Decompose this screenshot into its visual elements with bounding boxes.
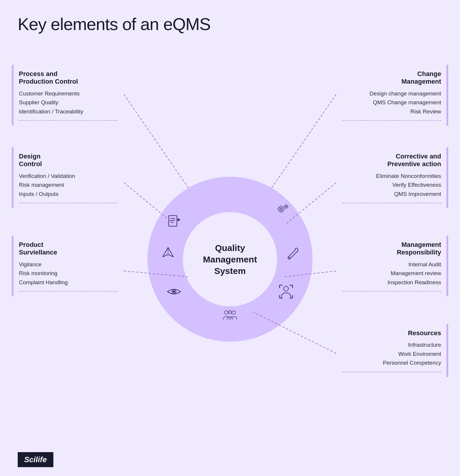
svg-rect-0 <box>169 216 177 226</box>
card-change-management-title: ChangeManagement <box>343 70 441 86</box>
people-icon <box>221 306 239 324</box>
card-design-control-title: DesignControl <box>19 153 117 168</box>
card-corrective-preventive: Corrective andPreventive action Eliminat… <box>336 147 448 208</box>
inner-circle: QualityManagementSystem <box>183 212 277 306</box>
card-product-surviellance: ProductSurviellance VigilanceRisk monito… <box>12 236 124 296</box>
svg-line-12 <box>278 206 279 207</box>
svg-line-35 <box>271 94 336 189</box>
card-change-management: ChangeManagement Design change managemen… <box>336 65 448 125</box>
card-resources: Resources InfrastructureWork EnviromentP… <box>336 324 448 377</box>
svg-point-6 <box>279 207 283 211</box>
logo: Scilife <box>18 452 53 467</box>
card-design-control: DesignControl Verification / ValidationR… <box>12 147 124 208</box>
gears-icon <box>274 200 292 218</box>
card-process-production: Process andProduction Control Customer R… <box>12 65 124 125</box>
svg-point-27 <box>224 311 228 314</box>
svg-point-28 <box>232 311 236 314</box>
card-process-production-items: Customer RequirementsSupplier QualityIde… <box>19 89 117 116</box>
card-corrective-preventive-title: Corrective andPreventive action <box>343 153 441 168</box>
svg-marker-5 <box>178 219 180 221</box>
document-lines-svg <box>166 213 182 229</box>
card-design-control-items: Verification / ValidationRisk management… <box>19 172 117 199</box>
card-resources-items: InfrastructureWork EnviromentPersonnel C… <box>343 341 441 367</box>
card-management-responsibility-title: ManagementResponsibility <box>343 241 441 257</box>
card-change-management-items: Design change managementQMS Change manag… <box>343 89 441 116</box>
card-management-responsibility-items: Internal AuditManagement reviewInspectio… <box>343 260 441 287</box>
card-management-responsibility: ManagementResponsibility Internal AuditM… <box>336 236 448 296</box>
eye-icon <box>165 283 183 300</box>
outer-ring: QualityManagementSystem <box>147 177 313 342</box>
people-svg <box>222 308 238 323</box>
wrench-icon <box>283 244 301 262</box>
svg-point-26 <box>173 291 175 292</box>
gears-svg <box>275 201 291 217</box>
svg-point-31 <box>284 286 288 291</box>
page-title: Key elements of an eQMS <box>18 14 211 34</box>
card-product-surviellance-items: VigilanceRisk monitoringComplaint Handli… <box>19 260 117 287</box>
rocket-svg <box>160 246 176 261</box>
svg-line-14 <box>283 206 284 207</box>
svg-point-7 <box>280 208 282 210</box>
center-text: QualityManagementSystem <box>203 242 257 277</box>
svg-line-32 <box>124 94 189 189</box>
person-frame-icon <box>277 283 295 300</box>
svg-point-16 <box>285 205 288 208</box>
svg-line-15 <box>278 211 279 212</box>
svg-line-13 <box>283 211 284 212</box>
person-frame-svg <box>278 284 294 299</box>
rocket-icon <box>159 244 177 262</box>
card-resources-title: Resources <box>343 329 441 337</box>
wrench-svg <box>284 246 300 261</box>
card-corrective-preventive-items: Eliminate NonconformitiesVerify Effectiv… <box>343 172 441 199</box>
svg-point-24 <box>288 257 290 259</box>
document-lines-icon <box>165 212 183 230</box>
svg-point-17 <box>286 206 287 207</box>
card-product-surviellance-title: ProductSurviellance <box>19 241 117 257</box>
center-diagram: QualityManagementSystem <box>147 177 313 342</box>
card-process-production-title: Process andProduction Control <box>19 70 117 86</box>
eye-svg <box>166 284 182 299</box>
